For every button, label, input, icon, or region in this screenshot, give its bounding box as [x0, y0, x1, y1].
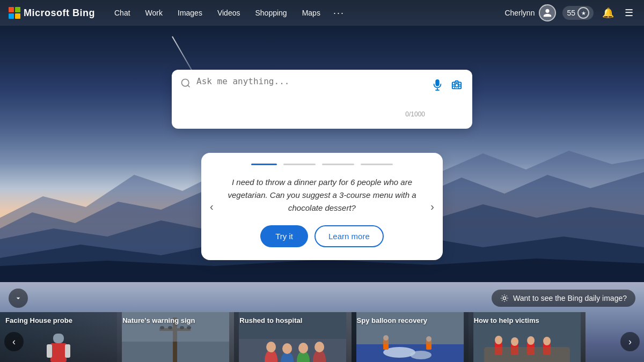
search-icon — [180, 78, 191, 91]
svg-point-55 — [527, 336, 535, 345]
try-it-button[interactable]: Try it — [260, 225, 308, 247]
microsoft-logo — [9, 7, 20, 19]
svg-rect-17 — [50, 343, 67, 362]
nav-more[interactable]: ··· — [329, 5, 349, 21]
points-badge[interactable]: 55 ★ — [562, 6, 594, 20]
prompt-buttons: Try it Learn more — [223, 225, 421, 247]
nav-links: Chat Work Images Videos Shopping Maps ··… — [108, 5, 500, 21]
svg-rect-18 — [47, 344, 52, 358]
avatar — [539, 4, 556, 21]
card-1-title: Facing House probe — [5, 316, 112, 326]
news-next-button[interactable]: › — [620, 332, 640, 351]
prompt-prev-button[interactable]: ‹ — [206, 196, 218, 217]
scroll-down-button[interactable] — [9, 289, 28, 308]
bottom-controls: Want to see the Bing daily image? — [0, 284, 644, 312]
news-cards-wrapper: Facing House probe Nat — [0, 312, 644, 362]
daily-image-button[interactable]: Want to see the Bing daily image? — [492, 290, 635, 307]
search-right-icons — [430, 78, 464, 94]
daily-image-label: Want to see the Bing daily image? — [513, 294, 627, 302]
logo-text: Microsoft Bing — [24, 8, 95, 19]
svg-point-34 — [282, 343, 292, 354]
search-counter: 0/1000 — [196, 110, 425, 118]
dot-3 — [322, 164, 354, 165]
dot-4 — [361, 164, 393, 165]
prompt-next-button[interactable]: › — [426, 196, 438, 217]
nav-videos[interactable]: Videos — [211, 5, 247, 20]
svg-line-6 — [188, 85, 190, 87]
news-card-5[interactable]: How to help victims — [469, 312, 586, 362]
card-2-title: Nature's warning sign — [122, 316, 229, 326]
svg-point-36 — [298, 343, 308, 353]
microphone-icon[interactable] — [430, 78, 444, 94]
nav-right-area: Cherlynn 55 ★ 🔔 ☰ — [504, 4, 635, 21]
points-value: 55 — [567, 9, 575, 17]
dot-2 — [283, 164, 316, 165]
news-card-4[interactable]: Spy balloon recovery — [352, 312, 469, 362]
notifications-bell-icon[interactable]: 🔔 — [600, 5, 616, 21]
svg-point-57 — [543, 337, 551, 345]
bottom-bar: Want to see the Bing daily image? ‹ Faci… — [0, 284, 644, 362]
news-card-2[interactable]: Nature's warning sign — [117, 312, 234, 362]
svg-point-5 — [182, 79, 189, 86]
logo[interactable]: Microsoft Bing — [9, 7, 95, 19]
svg-point-10 — [455, 84, 458, 87]
svg-point-15 — [503, 297, 506, 299]
card-3-title: Rushed to hospital — [239, 316, 346, 326]
svg-rect-58 — [484, 347, 570, 362]
svg-point-53 — [511, 337, 518, 346]
nav-images[interactable]: Images — [171, 5, 209, 20]
card-4-title: Spy balloon recovery — [357, 316, 463, 326]
svg-point-38 — [314, 342, 324, 352]
navbar: Microsoft Bing Chat Work Images Videos S… — [0, 0, 644, 26]
user-profile[interactable]: Cherlynn — [504, 4, 556, 21]
camera-icon[interactable] — [450, 78, 464, 94]
nav-work[interactable]: Work — [139, 5, 169, 20]
svg-marker-4 — [0, 258, 644, 282]
learn-more-button[interactable]: Learn more — [314, 225, 384, 247]
card-1-image — [37, 323, 80, 362]
search-box: 0/1000 — [172, 70, 472, 129]
search-input-area: 0/1000 — [196, 76, 425, 118]
svg-point-51 — [495, 336, 502, 344]
svg-rect-19 — [65, 344, 70, 358]
search-container: 0/1000 — [172, 70, 472, 129]
points-icon: ★ — [577, 7, 589, 19]
nav-shopping[interactable]: Shopping — [248, 5, 293, 20]
progress-indicators — [223, 164, 421, 165]
card-5-title: How to help victims — [474, 316, 580, 326]
search-input[interactable] — [196, 76, 425, 108]
nav-maps[interactable]: Maps — [296, 5, 327, 20]
hamburger-menu-icon[interactable]: ☰ — [623, 5, 635, 21]
news-card-3[interactable]: Rushed to hospital — [234, 312, 351, 362]
news-prev-button[interactable]: ‹ — [4, 332, 24, 351]
news-cards: ‹ Facing House probe — [0, 312, 644, 362]
dot-1 — [251, 164, 277, 165]
prompt-card: ‹ › I need to throw a dinner party for 6… — [201, 153, 443, 260]
svg-point-32 — [266, 342, 276, 352]
svg-point-43 — [410, 351, 431, 359]
nav-chat[interactable]: Chat — [108, 5, 137, 20]
user-name: Cherlynn — [504, 9, 535, 17]
prompt-text: I need to throw a dinner party for 6 peo… — [223, 176, 421, 215]
svg-rect-16 — [53, 334, 64, 343]
